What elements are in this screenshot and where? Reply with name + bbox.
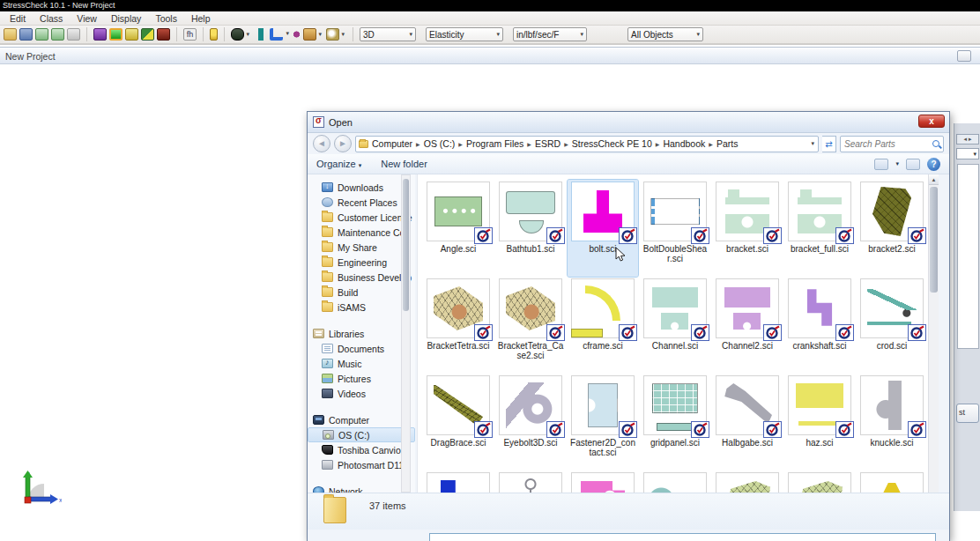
- menu-item[interactable]: View: [71, 12, 103, 25]
- save-icon[interactable]: [19, 28, 33, 41]
- menu-item[interactable]: Class: [33, 12, 69, 25]
- select-tool-icon[interactable]: [231, 28, 244, 41]
- zoom-tool-icon[interactable]: [326, 28, 339, 41]
- sidebar-item[interactable]: Customer License: [308, 210, 415, 225]
- file-tile[interactable]: gridpanel.sci: [640, 374, 710, 471]
- file-name-input[interactable]: [429, 533, 936, 541]
- child-restore-button[interactable]: [957, 50, 971, 62]
- sidebar-scrollbar-thumb[interactable]: [403, 179, 409, 311]
- breadcrumb-segment[interactable]: StressCheck PE 10: [570, 138, 654, 149]
- sidebar-item[interactable]: Maintenance Con: [308, 225, 415, 240]
- sidebar-item[interactable]: Network: [308, 484, 415, 493]
- file-tile[interactable]: haz.sci: [784, 374, 855, 471]
- breadcrumb-dropdown-icon[interactable]: ▾: [811, 140, 818, 147]
- sidebar-scrollbar[interactable]: [401, 174, 411, 493]
- organize-button[interactable]: Organize ▾: [316, 159, 361, 169]
- partial-button[interactable]: st: [956, 404, 979, 423]
- file-grid-scrollbar[interactable]: ▲: [928, 174, 939, 493]
- file-tile[interactable]: [712, 471, 783, 493]
- file-tile[interactable]: [495, 471, 566, 493]
- view-mesh-icon[interactable]: [141, 28, 154, 41]
- sidebar-item[interactable]: Photosmart D110: [308, 457, 415, 472]
- handbook-icon[interactable]: fh: [183, 28, 197, 41]
- file-tile[interactable]: BracketTetra.sci: [423, 277, 494, 374]
- sidebar-item[interactable]: Toshiba Canvio H: [308, 442, 415, 457]
- print-icon[interactable]: [67, 28, 80, 41]
- units-combo[interactable]: in/lbf/sec/F▾: [513, 27, 587, 41]
- search-input[interactable]: [844, 139, 925, 149]
- file-tile[interactable]: bracket2.sci: [857, 180, 927, 277]
- menu-item[interactable]: Tools: [149, 12, 183, 25]
- rotate-tool-icon[interactable]: [303, 28, 316, 41]
- file-tile[interactable]: Eyebolt3D.sci: [495, 374, 566, 471]
- view-dropdown-icon[interactable]: ▾: [895, 160, 899, 167]
- sidebar-item[interactable]: Computer: [308, 412, 415, 427]
- file-tile[interactable]: [640, 471, 710, 493]
- view-yellow-icon[interactable]: [125, 28, 138, 41]
- sidebar-item[interactable]: Documents: [308, 341, 415, 356]
- scroll-up-icon[interactable]: ▲: [929, 174, 939, 185]
- point-tool-icon[interactable]: [293, 28, 301, 41]
- sidebar-item[interactable]: Libraries: [308, 326, 415, 341]
- partial-listbox[interactable]: [957, 164, 979, 349]
- objects-combo[interactable]: All Objects▾: [627, 27, 703, 41]
- partial-tab-arrows[interactable]: ◂ ▸: [956, 134, 979, 145]
- view-green-icon[interactable]: [109, 28, 122, 41]
- sidebar-item[interactable]: Downloads: [308, 180, 415, 195]
- sidebar-item[interactable]: Music: [308, 356, 415, 371]
- breadcrumb-segment[interactable]: Program Files: [464, 138, 525, 149]
- file-tile[interactable]: [857, 471, 927, 493]
- sidebar-item[interactable]: Build: [308, 285, 415, 300]
- file-tile[interactable]: [423, 471, 494, 493]
- key-icon[interactable]: [210, 28, 218, 41]
- file-tile[interactable]: Halbgabe.sci: [712, 374, 783, 471]
- back-button[interactable]: ◄: [313, 135, 330, 152]
- file-tile[interactable]: BracketTetra_Case2.sci: [495, 277, 566, 374]
- file-tile[interactable]: bracket_full.sci: [784, 180, 855, 277]
- refresh-button[interactable]: ⇄: [822, 136, 836, 152]
- file-grid-scrollbar-thumb[interactable]: [930, 187, 938, 293]
- close-button[interactable]: x: [918, 115, 945, 128]
- sidebar-item[interactable]: OS (C:): [308, 427, 415, 442]
- axes-tool-icon[interactable]: [270, 28, 283, 41]
- file-tile[interactable]: bracket.sci: [712, 180, 783, 277]
- file-tile[interactable]: cframe.sci: [568, 277, 638, 374]
- breadcrumb-segment[interactable]: Parts: [715, 138, 740, 149]
- view-red-icon[interactable]: [157, 28, 170, 41]
- forward-button[interactable]: ►: [334, 135, 352, 152]
- file-tile[interactable]: Fastener2D_contact.sci: [568, 374, 638, 471]
- breadcrumb-segment[interactable]: ESRD: [533, 138, 562, 149]
- new-folder-button[interactable]: New folder: [381, 159, 427, 169]
- breadcrumb-segment[interactable]: Computer: [370, 138, 414, 149]
- file-tile[interactable]: Channel.sci: [640, 277, 710, 374]
- change-view-button[interactable]: [874, 159, 888, 170]
- file-tile[interactable]: [784, 471, 855, 493]
- dimension-combo[interactable]: 3D▾: [360, 27, 416, 41]
- view-purple-icon[interactable]: [93, 28, 107, 41]
- preview-pane-button[interactable]: [906, 159, 920, 170]
- export-icon[interactable]: [51, 28, 64, 41]
- breadcrumb-segment[interactable]: Handbook: [661, 138, 707, 149]
- sidebar-item[interactable]: Engineering: [308, 255, 415, 270]
- open-icon[interactable]: [4, 28, 17, 41]
- file-tile[interactable]: DragBrace.sci: [423, 374, 494, 471]
- file-tile[interactable]: Channel2.sci: [712, 277, 783, 374]
- menu-item[interactable]: Display: [105, 12, 147, 25]
- file-tile[interactable]: crod.sci: [857, 277, 927, 374]
- sidebar-item[interactable]: Pictures: [308, 371, 415, 386]
- breadcrumb-segment[interactable]: OS (C:): [422, 138, 457, 149]
- theory-combo[interactable]: Elasticity▾: [426, 27, 503, 41]
- file-tile[interactable]: crankshaft.sci: [784, 277, 855, 374]
- menu-item[interactable]: Help: [185, 12, 217, 25]
- file-tile[interactable]: BoltDoubleShear.sci: [640, 180, 710, 277]
- partial-combo[interactable]: ▾: [956, 148, 979, 159]
- import-icon[interactable]: [35, 28, 48, 41]
- search-box[interactable]: [840, 136, 944, 152]
- menu-item[interactable]: Edit: [4, 12, 32, 25]
- breadcrumb[interactable]: Computer ▶ OS (C:) ▶ Program Files ▶ ESR…: [355, 136, 819, 152]
- sidebar-item[interactable]: Videos: [308, 386, 415, 401]
- sidebar-item[interactable]: Business Develop: [308, 270, 415, 285]
- file-tile[interactable]: knuckle.sci: [857, 374, 927, 471]
- file-tile[interactable]: [568, 471, 638, 493]
- beam-tool-icon[interactable]: [254, 28, 267, 41]
